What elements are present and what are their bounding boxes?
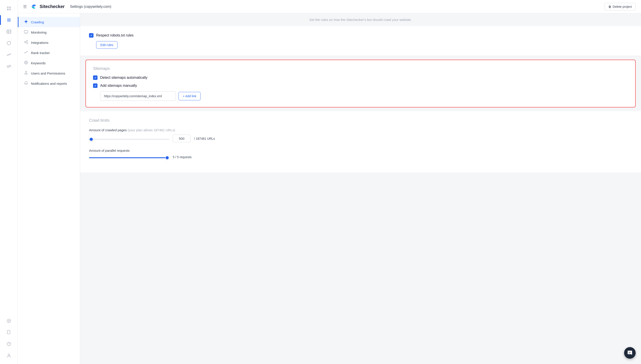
sitemap-input-row: + Add link xyxy=(100,92,628,101)
sitechecker-logo xyxy=(30,3,38,10)
icon-sidebar-bottom: ? xyxy=(4,316,14,360)
icon-sidebar: ? xyxy=(0,0,18,364)
hamburger-icon[interactable]: ☰ xyxy=(23,4,27,9)
chat-icon xyxy=(627,350,632,356)
svg-point-19 xyxy=(8,354,10,356)
delete-btn-label: Delete project xyxy=(613,5,632,8)
chart-circle-icon-btn[interactable] xyxy=(4,38,14,48)
keywords-label: Keywords xyxy=(31,61,46,65)
page-title: Settings (copywritely.com) xyxy=(70,5,111,9)
chat-button[interactable] xyxy=(624,347,636,359)
svg-rect-21 xyxy=(24,30,28,33)
detect-auto-checkbox[interactable] xyxy=(93,76,98,80)
parallel-requests-label: Amount of parallel requests xyxy=(89,149,130,152)
svg-point-20 xyxy=(25,21,27,22)
parallel-requests-value: 5 / 5 requests xyxy=(173,155,192,159)
svg-rect-6 xyxy=(7,21,11,21)
user-avatar-btn[interactable] xyxy=(4,351,14,360)
logo-text: Sitechecker xyxy=(40,4,64,9)
svg-point-23 xyxy=(24,42,26,43)
users-icon xyxy=(24,71,28,76)
svg-rect-2 xyxy=(7,9,9,10)
detect-auto-row: Detect sitemaps automatically xyxy=(93,76,628,80)
table-icon-btn[interactable] xyxy=(4,27,14,36)
sidebar-item-notifications[interactable]: Notifications and reports xyxy=(18,78,80,88)
monitoring-label: Monitoring xyxy=(31,30,46,34)
settings-icon-btn[interactable] xyxy=(4,15,14,25)
crawled-pages-label-row: Amount of crawled pages (your plan allow… xyxy=(89,128,632,132)
svg-line-27 xyxy=(26,42,27,43)
add-link-button[interactable]: + Add link xyxy=(178,92,200,100)
main-content: Set the rules on how the Sitechecker's b… xyxy=(80,13,641,364)
users-label: Users and Permissions xyxy=(31,72,65,75)
trash-icon: 🗑 xyxy=(608,5,612,8)
sitemaps-title: Sitemaps xyxy=(93,66,628,71)
crawl-limits-section: Crawl limits Amount of crawled pages (yo… xyxy=(80,111,641,172)
svg-rect-15 xyxy=(7,330,10,334)
monitoring-icon xyxy=(24,30,28,35)
svg-rect-16 xyxy=(8,334,10,334)
svg-rect-1 xyxy=(9,6,11,8)
sidebar-item-users-permissions[interactable]: Users and Permissions xyxy=(18,68,80,78)
crawling-subtitle: Set the rules on how the Sitechecker's b… xyxy=(80,13,641,26)
main-container: ☰ Sitechecker Settings (copywritely.com)… xyxy=(18,0,641,364)
notifications-icon xyxy=(24,81,28,86)
svg-rect-3 xyxy=(9,9,11,10)
integrations-label: Integrations xyxy=(31,41,48,44)
link-icon-btn[interactable] xyxy=(4,62,14,71)
plan-note: (your plan allows 187481 URLs) xyxy=(128,128,175,132)
svg-line-26 xyxy=(26,41,27,42)
top-header: ☰ Sitechecker Settings (copywritely.com)… xyxy=(18,0,641,13)
delete-project-button[interactable]: 🗑 Delete project xyxy=(604,3,636,10)
parallel-label-row: Amount of parallel requests xyxy=(89,149,632,152)
sidebar-item-crawling[interactable]: Crawling xyxy=(18,17,80,27)
robots-section: Respect robots.txt rules Edit rules xyxy=(80,26,641,56)
crawled-pages-label: Amount of crawled pages xyxy=(89,128,127,132)
robots-checkbox-row: Respect robots.txt rules xyxy=(89,33,632,38)
crawled-pages-input[interactable] xyxy=(173,134,190,142)
sidebar-item-monitoring[interactable]: Monitoring xyxy=(18,27,80,38)
svg-rect-7 xyxy=(7,30,11,33)
crawled-pages-slider[interactable] xyxy=(89,139,169,140)
rank-tracker-label: Rank tracker xyxy=(31,51,50,55)
svg-rect-4 xyxy=(7,19,11,19)
sitemaps-section: Sitemaps Detect sitemaps automatically A… xyxy=(86,60,636,108)
add-manual-label: Add sitemaps manually xyxy=(100,84,137,88)
svg-point-25 xyxy=(27,43,28,44)
crawled-slider-container xyxy=(89,136,169,140)
grid-icon-btn[interactable] xyxy=(4,4,14,13)
secondary-sidebar: Crawling Monitoring xyxy=(18,13,80,364)
svg-rect-0 xyxy=(7,6,9,8)
notifications-label: Notifications and reports xyxy=(31,82,67,86)
sidebar-item-keywords[interactable]: Keywords xyxy=(18,58,80,68)
content-area: Crawling Monitoring xyxy=(18,13,641,364)
svg-rect-31 xyxy=(25,73,28,74)
svg-rect-5 xyxy=(7,20,11,20)
sidebar-item-rank-tracker[interactable]: Rank tracker xyxy=(18,48,80,58)
sidebar-item-integrations[interactable]: Integrations xyxy=(18,38,80,48)
add-manual-checkbox[interactable] xyxy=(93,84,98,88)
parallel-requests-slider[interactable] xyxy=(89,157,169,158)
robots-checkbox[interactable] xyxy=(89,33,94,38)
crawled-slider-row: / 187481 URLs xyxy=(89,134,632,142)
parallel-slider-container xyxy=(89,155,169,159)
robots-label: Respect robots.txt rules xyxy=(96,33,134,38)
rank-tracker-icon xyxy=(24,50,28,55)
crawled-urls-label: / 187481 URLs xyxy=(194,137,215,140)
svg-point-24 xyxy=(27,40,28,42)
pages-icon-btn[interactable] xyxy=(4,328,14,337)
analytics-icon-btn[interactable] xyxy=(4,50,14,60)
sitemap-url-input[interactable] xyxy=(100,92,176,101)
plus-circle-icon-btn[interactable] xyxy=(4,316,14,326)
logo-area: Sitechecker xyxy=(30,3,64,10)
svg-text:?: ? xyxy=(8,342,10,346)
edit-rules-button[interactable]: Edit rules xyxy=(96,41,118,49)
detect-auto-label: Detect sitemaps automatically xyxy=(100,76,148,80)
keywords-icon xyxy=(24,60,28,66)
parallel-slider-row: 5 / 5 requests xyxy=(89,155,632,159)
crawl-limits-title: Crawl limits xyxy=(89,118,632,123)
crawling-icon xyxy=(24,20,28,24)
crawling-label: Crawling xyxy=(31,20,44,24)
add-manual-row: Add sitemaps manually xyxy=(93,84,628,88)
help-icon-btn[interactable]: ? xyxy=(4,339,14,349)
